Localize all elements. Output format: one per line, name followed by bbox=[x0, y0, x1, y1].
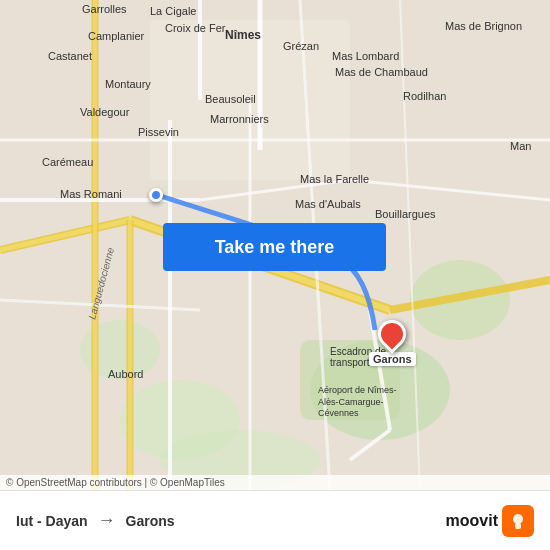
destination-marker: Garons bbox=[369, 320, 416, 366]
map-attribution: © OpenStreetMap contributors | © OpenMap… bbox=[0, 475, 550, 490]
map-container: Languedocienne La Languedocienne Nîmes C… bbox=[0, 0, 550, 490]
take-me-there-button[interactable]: Take me there bbox=[163, 223, 386, 271]
origin-marker bbox=[149, 188, 163, 202]
moovit-brand-text: moovit bbox=[446, 512, 498, 530]
route-origin: Iut - Dayan bbox=[16, 513, 88, 529]
bottom-bar: Iut - Dayan → Garons moovit bbox=[0, 490, 550, 550]
svg-point-32 bbox=[513, 514, 523, 524]
attribution-text: © OpenStreetMap contributors | © OpenMap… bbox=[6, 477, 225, 488]
route-arrow: → bbox=[98, 510, 116, 531]
moovit-logo: moovit bbox=[446, 505, 534, 537]
svg-rect-33 bbox=[515, 523, 521, 529]
route-destination: Garons bbox=[126, 513, 175, 529]
moovit-icon bbox=[502, 505, 534, 537]
destination-pin bbox=[372, 314, 412, 354]
destination-label: Garons bbox=[369, 352, 416, 366]
